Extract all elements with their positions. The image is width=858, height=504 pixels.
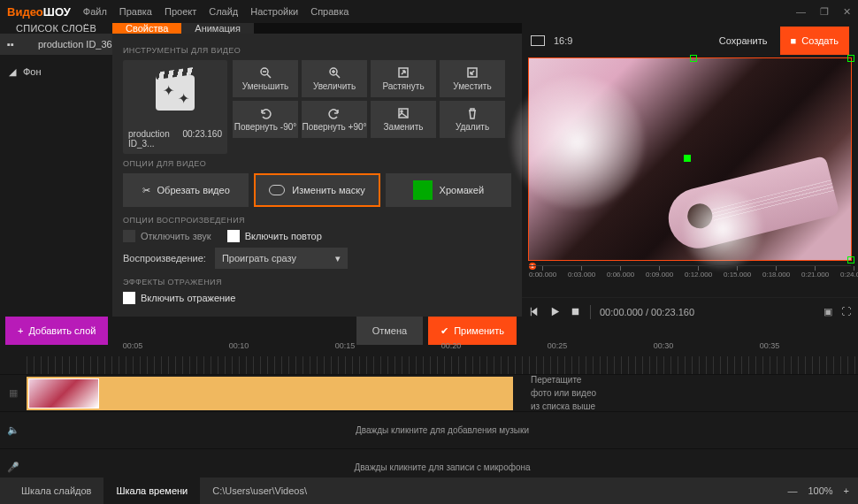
resize-handle[interactable]: [690, 55, 697, 62]
scissors-icon: ✂: [142, 185, 150, 196]
mini-timeline[interactable]: 1 0:00.0000:03.0000:06.0000:09.0000:12.0…: [529, 265, 851, 297]
stretch-icon: [397, 66, 410, 79]
layer-item-background[interactable]: ◢ Фон: [0, 55, 112, 88]
zoom-level: 100%: [808, 485, 832, 496]
video-track[interactable]: ▦ Перетащитефото или видеоиз списка выше: [0, 374, 858, 411]
layers-title: СПИСОК СЛОЁВ: [0, 23, 112, 34]
clip-thumbnail: [28, 378, 99, 409]
tool-replace[interactable]: Заменить: [371, 101, 436, 138]
tab-slide-scale[interactable]: Шкала слайдов: [9, 477, 103, 504]
image-icon: [397, 107, 410, 119]
label-mute: Отключить звук: [141, 231, 211, 241]
playback-controls: 00:00.000 / 00:23.160 ▣ ⛶: [522, 297, 858, 325]
chevron-down-icon: ▾: [335, 253, 341, 264]
tab-time-scale[interactable]: Шкала времени: [103, 477, 200, 504]
speaker-icon: 🔈: [0, 424, 27, 436]
opt-crop-video[interactable]: ✂Обрезать видео: [123, 173, 249, 207]
menu-slide[interactable]: Слайд: [209, 6, 238, 17]
menu-file[interactable]: Файл: [83, 6, 107, 17]
tool-fit[interactable]: Уместить: [440, 60, 505, 97]
trash-icon: [466, 107, 479, 119]
section-tools: ИНСТРУМЕНТЫ ДЛЯ ВИДЕО: [123, 46, 511, 55]
checkbox-reflection[interactable]: [123, 292, 135, 304]
checkbox-mute[interactable]: [123, 230, 135, 242]
layer-label: Фон: [23, 66, 42, 77]
video-clip[interactable]: [27, 377, 513, 410]
zoom-in-button[interactable]: +: [844, 485, 849, 496]
chromakey-swatch-icon: [413, 180, 433, 200]
svg-point-5: [401, 111, 402, 112]
timeline: 00:0500:1000:1500:2000:2500:3000:35 ▦ Пе…: [0, 339, 858, 477]
background-layer-icon: ◢: [9, 66, 16, 78]
timeline-ruler[interactable]: 00:0500:1000:1500:2000:2500:3000:35: [27, 339, 858, 356]
time-display: 00:00.000 / 00:23.160: [600, 307, 694, 317]
section-reflection: ЭФФЕКТЫ ОТРАЖЕНИЯ: [123, 278, 511, 286]
label-playback: Воспроизведение:: [123, 253, 206, 263]
section-playback: ОПЦИИ ВОСПРОИЗВЕДЕНИЯ: [123, 216, 511, 225]
opt-change-mask[interactable]: Изменить маску: [254, 173, 379, 207]
file-path: C:\Users\user\Videos\: [200, 477, 319, 504]
label-loop: Включить повтор: [245, 231, 322, 241]
fit-icon: [466, 66, 479, 79]
section-video-opts: ОПЦИИ ДЛЯ ВИДЕО: [123, 159, 511, 168]
tab-properties[interactable]: Свойства: [112, 23, 181, 34]
menu-project[interactable]: Проект: [165, 6, 196, 17]
opt-chromakey[interactable]: Хромакей: [386, 173, 511, 207]
preview-canvas[interactable]: [529, 58, 851, 260]
audio-track[interactable]: 🔈 Дважды кликните для добавления музыки: [0, 411, 858, 448]
resize-handle[interactable]: [847, 256, 854, 263]
video-layer-icon: ▪▪: [7, 39, 14, 50]
tool-stretch[interactable]: Растянуть: [371, 60, 436, 97]
tool-rotate-ccw[interactable]: Повернуть -90°: [233, 101, 298, 138]
mask-icon: [269, 185, 285, 195]
zoom-out-button[interactable]: —: [787, 485, 797, 496]
tool-delete[interactable]: Удалить: [440, 101, 505, 138]
resize-handle[interactable]: [847, 55, 854, 62]
fullscreen-icon[interactable]: ⛶: [841, 306, 851, 317]
rotate-ccw-icon: [259, 107, 272, 119]
menu-edit[interactable]: Правка: [119, 6, 152, 17]
properties-panel: ИНСТРУМЕНТЫ ДЛЯ ВИДЕО ✦✦ production ID_3…: [112, 34, 522, 317]
video-track-icon: ▦: [0, 387, 27, 399]
camera-icon: ■: [791, 35, 797, 46]
prev-frame-icon[interactable]: [529, 306, 540, 317]
minimize-icon[interactable]: —: [796, 6, 806, 18]
svg-rect-6: [572, 309, 578, 315]
statusbar: Шкала слайдов Шкала времени C:\Users\use…: [0, 477, 858, 504]
clip-duration: 00:23.160: [183, 129, 223, 149]
maximize-icon[interactable]: ❐: [820, 6, 829, 18]
menu-settings[interactable]: Настройки: [250, 6, 298, 17]
create-button[interactable]: ■Создать: [780, 27, 849, 55]
save-button[interactable]: Сохранить: [707, 27, 780, 55]
checkbox-loop[interactable]: [227, 230, 240, 242]
microphone-icon: 🎤: [0, 462, 27, 473]
select-playback[interactable]: Проиграть сразу▾: [215, 248, 348, 269]
tool-zoom-in[interactable]: Увеличить: [302, 60, 367, 97]
zoom-in-icon: [328, 66, 341, 79]
layers-header: СПИСОК СЛОЁВ Свойства Анимация: [0, 23, 522, 34]
layer-list: ▪▪ production ID_368... ◢ Фон: [0, 34, 112, 317]
aspect-ratio: 16:9: [554, 35, 572, 46]
menu-help[interactable]: Справка: [310, 6, 349, 17]
clip-thumbnail-card: ✦✦ production ID_3...00:23.160: [123, 60, 227, 154]
check-icon: ✔: [440, 325, 448, 337]
plus-icon: +: [18, 325, 23, 336]
snapshot-icon[interactable]: ▣: [824, 306, 832, 317]
drop-hint: Перетащитефото или видеоиз списка выше: [531, 373, 596, 413]
label-reflection: Включить отражение: [141, 293, 235, 303]
timeline-ticks[interactable]: [27, 356, 858, 374]
clapboard-icon: ✦✦: [156, 75, 195, 111]
tab-animation[interactable]: Анимация: [181, 23, 254, 34]
tool-zoom-out[interactable]: Уменьшить: [233, 60, 298, 97]
clip-name: production ID_3...: [128, 129, 183, 149]
close-icon[interactable]: ✕: [843, 6, 851, 18]
play-icon[interactable]: [549, 306, 561, 317]
tool-rotate-cw[interactable]: Повернуть +90°: [302, 101, 367, 138]
music-hint: Дважды кликните для добавления музыки: [27, 425, 858, 435]
app-logo: ВидеоШОУ: [7, 5, 71, 19]
resize-handle[interactable]: [684, 155, 691, 162]
monitor-icon: [531, 35, 545, 46]
zoom-out-icon: [259, 66, 272, 79]
stop-icon[interactable]: [570, 306, 581, 317]
mic-hint: Дважды кликните для записи с микрофона: [27, 462, 858, 472]
